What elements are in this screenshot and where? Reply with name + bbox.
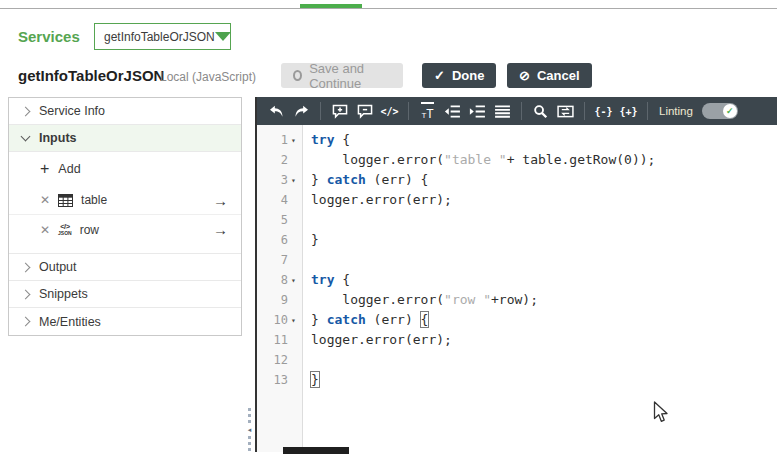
done-button[interactable]: ✓ Done [422,63,496,88]
goto-input-arrow-icon[interactable]: → [213,192,228,209]
inputs-panel: + Add ✕ table → ✕ </> JSON row [9,152,241,254]
panel-resize-handle[interactable]: ◂ [245,408,254,451]
services-heading: Services [18,28,80,45]
editor-sidebar: Service Info Inputs + Add ✕ table → [8,97,242,336]
code-line[interactable]: } catch (err) { [311,170,777,190]
code-icon[interactable]: </> [377,100,402,122]
toolbar-separator [647,102,648,120]
text-cursor [319,373,321,388]
top-divider [0,8,777,9]
redo-icon[interactable] [289,100,314,122]
align-lines-icon[interactable] [490,100,515,122]
editor-gutter: 1▾23▾45678▾910▾111213 [257,125,303,452]
unfold-braces-icon[interactable]: {+} [616,100,641,122]
check-icon: ✓ [434,68,445,83]
sidebar-section-output[interactable]: Output [9,254,241,281]
code-line[interactable]: try { [311,270,777,290]
snippets-label: Snippets [39,287,88,301]
code-line[interactable]: try { [311,130,777,150]
service-info-label: Service Info [39,104,105,118]
gutter-line[interactable]: 10▾ [257,310,302,330]
search-icon[interactable] [528,100,553,122]
toolbar-separator [320,102,321,120]
page-title: getInfoTableOrJSON [18,67,164,84]
sidebar-section-service-info[interactable]: Service Info [9,98,241,125]
input-name: row [80,223,99,237]
mouse-cursor [653,401,669,429]
code-lines[interactable]: try { logger.error("table "+ table.getRo… [303,125,777,452]
comment-add-icon[interactable] [327,100,352,122]
undo-icon[interactable] [264,100,289,122]
fold-braces-icon[interactable]: {-} [591,100,616,122]
cancel-button-label: Cancel [537,68,580,83]
sidebar-section-inputs[interactable]: Inputs [9,125,241,152]
gutter-line[interactable]: 3▾ [257,170,302,190]
input-item-table[interactable]: ✕ table → [9,186,241,215]
gutter-line: 12 [257,350,302,370]
gutter-line[interactable]: 1▾ [257,130,302,150]
chevron-down-icon [21,132,31,142]
cancel-button[interactable]: ⊘ Cancel [507,63,592,88]
plus-icon: + [40,161,49,177]
replace-icon[interactable] [553,100,578,122]
save-circle-icon [293,70,302,81]
code-line[interactable]: logger.error("row "+row); [311,290,777,310]
outdent-icon[interactable] [440,100,465,122]
service-select-value: getInfoTableOrJSON [104,30,215,44]
sidebar-section-snippets[interactable]: Snippets [9,281,241,308]
gutter-line: 4 [257,190,302,210]
linting-label: Linting [659,105,693,117]
sidebar-section-me-entities[interactable]: Me/Entities [9,308,241,335]
linting-toggle[interactable]: ✓ [702,103,738,119]
font-size-icon[interactable]: TT [415,100,440,122]
code-line[interactable]: logger.error(err); [311,330,777,350]
cancel-ban-icon: ⊘ [519,68,530,83]
toolbar-separator [408,102,409,120]
add-input-button[interactable]: + Add [9,152,241,186]
input-item-row[interactable]: ✕ </> JSON row → [9,215,241,244]
save-and-continue-button[interactable]: Save and Continue [281,63,403,88]
code-line[interactable]: } [311,230,777,250]
toolbar-separator [521,102,522,120]
code-line[interactable] [311,350,777,370]
indent-icon[interactable] [465,100,490,122]
gutter-line: 5 [257,210,302,230]
add-input-label: Add [58,162,80,176]
linting-check-icon: ✓ [723,104,737,118]
service-select-dropdown[interactable]: getInfoTableOrJSON [94,23,231,50]
gutter-line: 9 [257,290,302,310]
code-line[interactable]: } [311,370,777,390]
chevron-right-icon [21,317,31,327]
gutter-line: 11 [257,330,302,350]
inputs-label: Inputs [39,131,77,145]
bottom-edge-bar [283,447,349,454]
code-line[interactable]: } catch (err) { [311,310,777,330]
save-button-label: Save and Continue [309,61,391,91]
gutter-line: 7 [257,250,302,270]
resize-arrow-icon: ◂ [248,426,252,433]
goto-input-arrow-icon[interactable]: → [213,221,228,238]
code-line[interactable] [311,250,777,270]
comment-remove-icon[interactable] [352,100,377,122]
delete-input-icon[interactable]: ✕ [40,223,50,237]
code-line[interactable]: logger.error("table "+ table.getRow(0)); [311,150,777,170]
page-subtitle: Local (JavaScript) [160,70,256,84]
toolbar-separator [584,102,585,120]
gutter-line: 13 [257,370,302,390]
code-line[interactable]: logger.error(err); [311,190,777,210]
delete-input-icon[interactable]: ✕ [40,193,50,207]
input-name: table [81,193,107,207]
editor-body: 1▾23▾45678▾910▾111213 try { logger.error… [257,125,777,452]
editor-toolbar: </> TT {-} [257,97,777,125]
output-label: Output [39,260,77,274]
chevron-right-icon [21,289,31,299]
code-editor: </> TT {-} [255,97,777,452]
code-line[interactable] [311,210,777,230]
gutter-line: 2 [257,150,302,170]
service-editor-page: Services getInfoTableOrJSON getInfoTable… [0,0,777,454]
me-entities-label: Me/Entities [39,315,101,329]
json-icon: </> JSON [58,223,72,236]
gutter-line[interactable]: 8▾ [257,270,302,290]
infotable-icon [58,194,73,207]
chevron-right-icon [21,106,31,116]
